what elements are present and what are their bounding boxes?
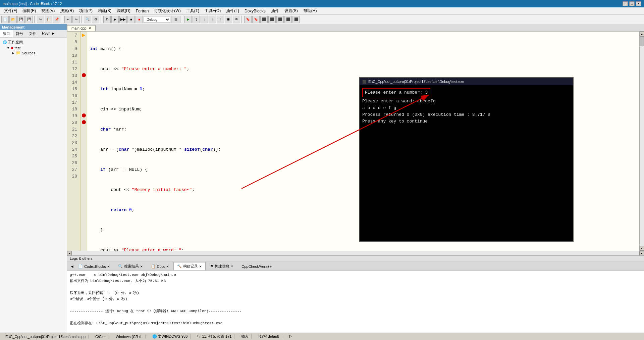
bottom-tabs-scroll-left[interactable]: ◄ — [70, 263, 74, 270]
tb-bookmark3[interactable]: ⬛ — [260, 16, 268, 23]
menu-doxyblocks[interactable]: DoxyBlocks — [242, 8, 268, 14]
horizontal-scrollbar[interactable]: ◄ ► — [67, 251, 644, 255]
status-bar: E:\C_Cpp\out_put\proj01\Project13\test\m… — [0, 333, 644, 340]
tb-stop[interactable]: ■ — [127, 16, 135, 23]
menu-visual[interactable]: 可视化设计(W) — [151, 7, 183, 14]
tb-undo[interactable]: ↩ — [64, 16, 72, 23]
bottom-tab-build-info[interactable]: ⚑ 构建信息 ✕ — [206, 262, 237, 270]
debug-arrow: ▶ — [82, 32, 86, 38]
tb-build[interactable]: ⚙ — [103, 16, 111, 23]
tb-watches[interactable]: 👁 — [233, 16, 240, 23]
tb-copy[interactable]: 📋 — [45, 16, 52, 23]
menu-tools[interactable]: 工具(T) — [183, 7, 202, 14]
menu-file[interactable]: 文件(F) — [1, 7, 20, 14]
tb-new[interactable]: 📄 — [1, 16, 9, 23]
menu-help[interactable]: 帮助(H) — [301, 7, 320, 14]
bottom-tab-codeblocks[interactable]: 📄 Code::Blocks ✕ — [74, 262, 114, 270]
sidebar-tab-symbol[interactable]: 符号 — [13, 30, 26, 37]
log-line-3 — [70, 284, 641, 290]
bottom-tab-cppcheck[interactable]: CppCheck/Vera++ — [238, 262, 275, 270]
tb-open[interactable]: 📂 — [9, 16, 17, 23]
tb-cut[interactable]: ✂ — [37, 16, 44, 23]
scroll-thumb[interactable] — [640, 36, 644, 46]
tb-redo[interactable]: ↪ — [72, 16, 80, 23]
h-scroll-track[interactable] — [72, 251, 639, 255]
scroll-right-btn[interactable]: ► — [639, 251, 644, 256]
build-log-icon: 🔨 — [177, 264, 182, 269]
menu-project[interactable]: 项目(P) — [76, 7, 95, 14]
vertical-scrollbar[interactable]: ▲ ▼ — [639, 32, 644, 251]
line-numbers: 7 8 9 10 11 12 13 14 15 16 17 18 19 20 2… — [67, 32, 80, 251]
log-line-4: 程序退出，返回代码: 0 (0 分, 0 秒) — [70, 290, 641, 296]
tb-step-into[interactable]: ↓ — [201, 16, 208, 23]
sidebar-item-workspace[interactable]: 🌐 工作空间 — [1, 39, 65, 45]
tb-run[interactable]: ▶ — [111, 16, 119, 23]
build-log-close[interactable]: ✕ — [199, 265, 202, 268]
menu-tools-plus[interactable]: 工具+(O) — [202, 7, 223, 14]
menu-view[interactable]: 视图(V) — [39, 7, 57, 14]
menu-build[interactable]: 构建(B) — [95, 7, 114, 14]
tb-bookmark6[interactable]: ⬛ — [284, 16, 292, 23]
tb-stop-red[interactable]: ■ — [136, 16, 143, 23]
status-cursor-pos: 行 11, 列 5, 位置 171 — [195, 334, 234, 339]
tab-close-icon[interactable]: ✕ — [89, 27, 91, 30]
breakpoint-13 — [82, 73, 86, 77]
tb-find[interactable]: 🔍 — [84, 16, 91, 23]
cccc-tab-close[interactable]: ✕ — [166, 265, 169, 268]
menu-debug[interactable]: 调试(D) — [114, 7, 133, 14]
tb-build-run[interactable]: ▶▶ — [119, 16, 127, 23]
menu-plugins[interactable]: 插件(L) — [223, 7, 242, 14]
tb-bookmark2[interactable]: 🔖 — [252, 16, 260, 23]
tb-debug-run[interactable]: ▶ — [184, 16, 192, 23]
tb-pause[interactable]: ⏸ — [217, 16, 224, 23]
menu-edit[interactable]: 编辑(E) — [20, 7, 39, 14]
scroll-down-btn[interactable]: ▼ — [640, 246, 644, 251]
debug-mode-select[interactable]: Debug — [144, 16, 170, 23]
log-line-9: 正在检测存在: E:\C_Cpp\out_put\proj01\Project1… — [70, 320, 641, 326]
build-info-close[interactable]: ✕ — [231, 265, 233, 268]
maximize-btn[interactable]: □ — [629, 1, 635, 6]
bottom-tabs: ◄ 📄 Code::Blocks ✕ 🔍 搜索结果 ✕ 📋 Cccc ✕ — [67, 261, 644, 271]
search-tab-icon: 🔍 — [118, 264, 123, 269]
bottom-tab-cccc[interactable]: 📋 Cccc ✕ — [147, 262, 173, 270]
code-line-8: cout << "Please enter a number: "; — [90, 66, 637, 72]
scroll-left-btn[interactable]: ◄ — [67, 251, 72, 256]
editor-tab-maincpp[interactable]: main.cpp ✕ — [67, 25, 96, 31]
bottom-tab-search[interactable]: 🔍 搜索结果 ✕ — [114, 262, 147, 270]
menu-settings[interactable]: 设置(S) — [282, 7, 301, 14]
search-tab-close[interactable]: ✕ — [140, 265, 143, 268]
close-btn[interactable]: ✕ — [636, 1, 641, 6]
sidebar-tab-project[interactable]: 项目 — [0, 30, 13, 37]
bottom-tab-build-log[interactable]: 🔨 构建记录 ✕ — [173, 262, 206, 270]
sidebar-item-test[interactable]: ▼ ■ test — [1, 45, 65, 50]
tb-step-out[interactable]: ↑ — [209, 16, 216, 23]
sep6 — [241, 16, 243, 23]
tb-step-over[interactable]: ⤵ — [193, 16, 200, 23]
codeblocks-tab-close[interactable]: ✕ — [107, 265, 110, 268]
tb-stop-debug[interactable]: ⏹ — [225, 16, 232, 23]
status-line-ending: Windows (CR+L — [113, 335, 146, 339]
scroll-track[interactable] — [640, 36, 644, 246]
status-encoding: 🌐 文WINDOWS-936 — [150, 334, 191, 339]
tb-bookmark4[interactable]: ⬛ — [268, 16, 276, 23]
menu-fortran[interactable]: Fortran — [133, 8, 152, 14]
sidebar-tab-file[interactable]: 文件 — [26, 30, 39, 37]
tb-bookmark5[interactable]: ⬛ — [276, 16, 284, 23]
tb-debug-icon[interactable]: ☰ — [171, 16, 180, 23]
tb-save-all[interactable]: 💾 — [25, 16, 33, 23]
tb-save[interactable]: 💾 — [17, 16, 25, 23]
workspace-icon: 🌐 — [3, 40, 7, 44]
minimize-btn[interactable]: ─ — [623, 1, 628, 6]
scroll-up-btn[interactable]: ▲ — [640, 32, 644, 36]
tb-replace[interactable]: ⚙ — [92, 16, 99, 23]
main-layout: Management 项目 符号 文件 FSyn ▶ 🌐 工作空间 ▼ ■ te… — [0, 24, 644, 333]
menu-plugin2[interactable]: 插件 — [268, 7, 282, 14]
menu-search[interactable]: 搜索(R) — [57, 7, 76, 14]
tb-paste[interactable]: 📌 — [53, 16, 60, 23]
tb-bookmark7[interactable]: ⬛ — [292, 16, 300, 23]
sidebar-item-sources[interactable]: ▶ 📁 Sources — [1, 50, 65, 55]
sidebar-tab-fsyn[interactable]: FSyn ▶ — [39, 30, 57, 37]
sep1 — [34, 16, 36, 23]
tb-bookmark1[interactable]: 🔖 — [244, 16, 252, 23]
sidebar-header: Management — [0, 24, 67, 30]
